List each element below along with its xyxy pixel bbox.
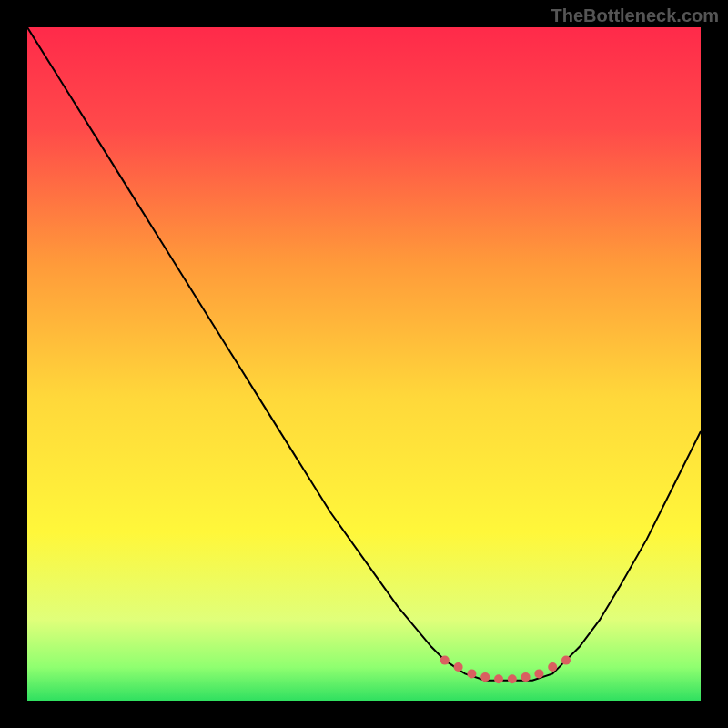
marker-dot	[467, 669, 476, 678]
marker-dot	[548, 662, 557, 672]
marker-dot	[494, 674, 503, 683]
marker-dot	[480, 672, 490, 682]
chart-background	[27, 27, 701, 701]
marker-dot	[508, 674, 517, 683]
marker-dot	[521, 672, 531, 682]
marker-dot	[561, 656, 571, 665]
marker-dot	[440, 656, 450, 665]
marker-dot	[534, 669, 543, 678]
watermark-label: TheBottleneck.com	[551, 5, 719, 26]
chart-container	[27, 27, 701, 701]
chart-svg	[27, 27, 701, 701]
marker-dot	[454, 662, 463, 672]
